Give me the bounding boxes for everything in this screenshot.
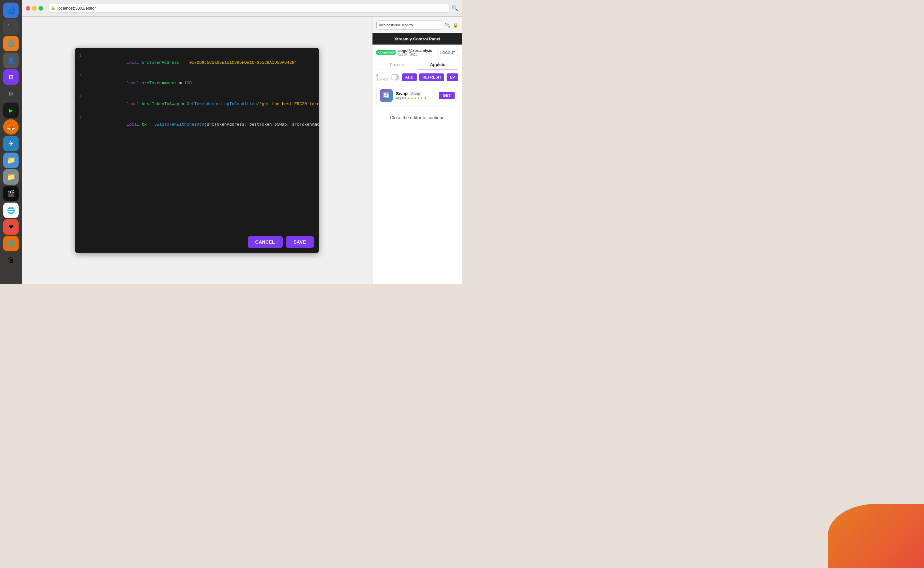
user-info: Connected sogol@xtreamly.io 0x90F...c9C1 xyxy=(376,48,432,56)
dock-item-folder2[interactable]: 📁 xyxy=(3,169,19,184)
user-name: sogol@xtreamly.io xyxy=(398,48,432,53)
applet-tag: Swap xyxy=(410,91,422,96)
code-line-4: 4 local tx = SwapTokenWithOneInch(srcTok… xyxy=(78,115,317,134)
get-button[interactable]: GET xyxy=(439,92,454,100)
maximize-button[interactable] xyxy=(38,6,43,11)
user-row: Connected sogol@xtreamly.io 0x90F...c9C1… xyxy=(376,48,458,56)
editor-window: 1 local srcTokenAddress = '0x7DD9c5Cba05… xyxy=(75,48,319,253)
lock2-icon: 🔒 xyxy=(453,23,458,27)
dock-item-settings[interactable]: ⚙ xyxy=(3,86,19,101)
applet-logo: 🔄 xyxy=(383,92,390,99)
refresh-button[interactable]: REFRESH xyxy=(419,73,444,81)
address-bar[interactable]: 🔒 localhost:3001/editor xyxy=(48,4,449,13)
line-num-3: 3 xyxy=(78,94,86,100)
dock-item-finder[interactable]: 🔵 xyxy=(3,3,19,18)
line-content-4: local tx = SwapTokenWithOneInch(srcToken… xyxy=(86,115,319,134)
firefox-icon: 🦊 xyxy=(7,123,15,131)
applet-rating: 4.3 xyxy=(424,96,429,100)
line-num-2: 2 xyxy=(78,73,86,80)
browser2-icon: 🌐 xyxy=(7,240,15,248)
search-icon[interactable]: 🔍 xyxy=(452,5,458,11)
code-line-3: 3 local bestTokenToSwap = GetTokenAccord… xyxy=(78,94,317,114)
browser-bar: 🔒 localhost:3001/editor 🔍 xyxy=(22,0,462,17)
window-controls xyxy=(26,6,43,11)
right-search-icon[interactable]: 🔍 xyxy=(445,23,450,27)
dock-item-redapp[interactable]: ❤ xyxy=(3,219,19,235)
right-panel-header: localhost:3001/control 🔍 🔒 xyxy=(373,17,462,33)
code-line-1: 1 local srcTokenAddress = '0x7DD9c5Cba05… xyxy=(78,53,317,73)
save-button[interactable]: SAVE xyxy=(286,236,314,248)
add-button[interactable]: ADD xyxy=(402,73,417,81)
chrome-icon: 🌐 xyxy=(7,207,15,214)
line-num-4: 4 xyxy=(78,115,86,121)
folder1-icon: 📁 xyxy=(7,156,15,165)
browser-icon: 🌐 xyxy=(8,40,14,47)
terminal-icon: ▶ xyxy=(9,107,13,113)
toggle-switch[interactable] xyxy=(391,74,400,80)
lock-icon: 🔒 xyxy=(51,6,56,10)
finder-icon: 🔵 xyxy=(7,6,15,14)
settings-icon: ⚙ xyxy=(8,90,14,97)
code-line-2: 2 local srcTokenAmount = 100 xyxy=(78,73,317,93)
editor-panel: 1 local srcTokenAddress = '0x7DD9c5Cba05… xyxy=(22,17,372,284)
tab-proxies[interactable]: Proxies xyxy=(376,60,417,69)
applet-type: Applet xyxy=(396,96,406,100)
right-panel: localhost:3001/control 🔍 🔒 Xtreamly Cont… xyxy=(372,17,462,284)
control-url: localhost:3001/control xyxy=(379,23,414,27)
logout-button[interactable]: LOGOUT xyxy=(438,49,458,56)
editor-footer: CANCEL SAVE xyxy=(75,236,319,253)
applet-icon: 🔄 xyxy=(380,89,393,102)
tab-applets[interactable]: Applets xyxy=(417,60,459,70)
right-panel-title: Xtreamly Control Panel xyxy=(373,33,462,45)
dock-item-browser[interactable]: 🌐 xyxy=(3,36,19,51)
right-panel-body: Connected sogol@xtreamly.io 0x90F...c9C1… xyxy=(373,45,462,284)
media-icon: 🎬 xyxy=(7,190,15,198)
dock-item-folder1[interactable]: 📁 xyxy=(3,153,19,168)
main-content: 🔒 localhost:3001/editor 🔍 1 local srcTok… xyxy=(22,0,462,284)
folder2-icon: 📁 xyxy=(7,173,15,181)
dock-item-firefox[interactable]: 🦊 xyxy=(3,119,19,134)
launchpad-icon: ⬛ xyxy=(8,23,14,30)
code-area[interactable]: 1 local srcTokenAddress = '0x7DD9c5Cba05… xyxy=(75,48,319,236)
applet-rating-row: Applet ★★★★★ 4.3 xyxy=(396,96,436,100)
user-icon: 👤 xyxy=(8,57,14,64)
user-details: sogol@xtreamly.io 0x90F...c9C1 xyxy=(398,48,432,56)
redapp-icon: ❤ xyxy=(8,223,14,231)
applet-info: Swap Swap Applet ★★★★★ 4.3 xyxy=(396,91,436,100)
dock-item-grid[interactable]: ⊞ xyxy=(3,69,19,85)
dock-item-trash[interactable]: 🗑 xyxy=(3,252,19,268)
editor-container: 1 local srcTokenAddress = '0x7DD9c5Cba05… xyxy=(75,48,319,253)
dock-item-media[interactable]: 🎬 xyxy=(3,186,19,201)
split-layout: 1 local srcTokenAddress = '0x7DD9c5Cba05… xyxy=(22,17,462,284)
close-button[interactable] xyxy=(26,6,30,11)
dock-item-launchpad[interactable]: ⬛ xyxy=(3,19,19,35)
editor-url: localhost:3001/editor xyxy=(58,6,96,11)
line-content-3: local bestTokenToSwap = GetTokenAccordin… xyxy=(86,94,319,114)
close-editor-note: Close the editor to continue xyxy=(376,109,458,127)
line-num-1: 1 xyxy=(78,53,86,59)
grid-icon: ⊞ xyxy=(9,73,14,80)
dock-item-chrome[interactable]: 🌐 xyxy=(3,202,19,218)
separator-line xyxy=(226,48,226,253)
telegram-icon: ✈ xyxy=(8,140,14,148)
applet-title-row: Swap Swap xyxy=(396,91,436,96)
minimize-button[interactable] xyxy=(32,6,36,11)
trash-icon: 🗑 xyxy=(8,256,14,264)
connected-badge: Connected xyxy=(376,50,395,55)
user-wallet: 0x90F...c9C1 xyxy=(398,53,432,56)
applet-stars: ★★★★★ xyxy=(407,96,423,100)
show-all-label: ll Applets xyxy=(376,73,388,81)
right-address-bar[interactable]: localhost:3001/control xyxy=(376,21,442,30)
toolbar-row: ll Applets ADD REFRESH EP xyxy=(376,73,458,81)
tabs-row: Proxies Applets xyxy=(376,60,458,70)
line-content-1: local srcTokenAddress = '0x7DD9c5Cba05E1… xyxy=(86,53,297,73)
applet-name: Swap xyxy=(396,91,408,96)
dock-item-user[interactable]: 👤 xyxy=(3,53,19,68)
dock-item-telegram[interactable]: ✈ xyxy=(3,136,19,151)
dock-item-terminal[interactable]: ▶ xyxy=(3,103,19,118)
dock: 🔵 ⬛ 🌐 👤 ⊞ ⚙ ▶ 🦊 ✈ 📁 📁 🎬 🌐 ❤ 🌐 🗑 xyxy=(0,0,22,284)
dock-item-browser2[interactable]: 🌐 xyxy=(3,236,19,251)
ep-button[interactable]: EP xyxy=(447,73,458,81)
applet-card: 🔄 Swap Swap Applet ★★★★★ 4.3 GET xyxy=(376,86,458,106)
cancel-button[interactable]: CANCEL xyxy=(248,236,283,248)
